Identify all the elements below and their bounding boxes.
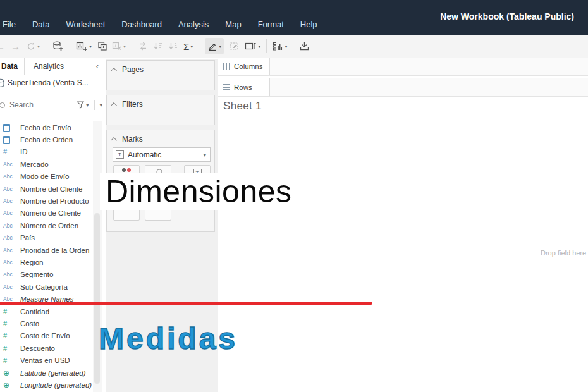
data-source-row[interactable]: SuperTienda (Venta S... bbox=[0, 75, 102, 91]
field-label: Ventas en USD bbox=[20, 357, 70, 364]
swap-axes-icon[interactable] bbox=[138, 38, 148, 54]
search-row: ▾ ▾ bbox=[0, 95, 102, 114]
download-icon[interactable] bbox=[299, 38, 310, 54]
field-row[interactable]: País bbox=[0, 232, 93, 244]
dimensions-annotation: Dimensiones bbox=[100, 173, 346, 210]
show-me-icon[interactable] bbox=[273, 38, 287, 54]
text-mark-icon: T bbox=[116, 150, 124, 159]
pages-card[interactable]: Pages bbox=[106, 60, 215, 90]
field-label: Nombre del Producto bbox=[20, 197, 89, 205]
collapse-chevron-icon[interactable] bbox=[111, 102, 117, 108]
field-row[interactable]: Longitude (generated) bbox=[0, 379, 93, 391]
field-row[interactable]: Segmento bbox=[0, 269, 93, 281]
search-box[interactable] bbox=[0, 97, 70, 113]
field-row[interactable]: Modo de Envío bbox=[0, 171, 93, 183]
field-label: Descuento bbox=[20, 345, 55, 352]
field-row[interactable]: Número de Orden bbox=[0, 219, 93, 231]
field-label: Nombre del Cliente bbox=[20, 185, 82, 193]
collapse-chevron-icon[interactable] bbox=[111, 137, 117, 143]
menu-bar: File Data Worksheet Dashboard Analysis M… bbox=[0, 17, 326, 32]
text-field-icon bbox=[0, 161, 20, 168]
field-row[interactable]: Prioridad de la Orden bbox=[0, 244, 93, 256]
field-label: Costo de Envío bbox=[20, 332, 70, 340]
field-row[interactable]: Nombre del Cliente bbox=[0, 183, 93, 195]
fit-axes-icon[interactable] bbox=[245, 38, 260, 54]
duplicate-sheet-icon[interactable] bbox=[97, 38, 107, 54]
collapse-chevron-icon[interactable] bbox=[111, 67, 117, 73]
toolbar-separator bbox=[199, 39, 199, 53]
menu-format[interactable]: Format bbox=[250, 17, 292, 32]
field-label: Costo bbox=[20, 320, 39, 328]
tab-analytics[interactable]: Analytics bbox=[24, 58, 73, 75]
menu-dashboard[interactable]: Dashboard bbox=[113, 17, 170, 32]
new-data-source-icon[interactable] bbox=[52, 38, 64, 54]
field-row[interactable]: Latitude (generated) bbox=[0, 367, 93, 379]
data-pane: Data Analytics ‹ SuperTienda (Venta S...… bbox=[0, 58, 103, 392]
measures-annotation-text: Medidas bbox=[99, 321, 238, 356]
field-label: País bbox=[20, 234, 35, 242]
field-row[interactable]: Costo de Envío bbox=[0, 330, 93, 342]
clear-sheet-icon[interactable] bbox=[112, 38, 126, 54]
columns-icon bbox=[223, 63, 230, 70]
calendar-icon bbox=[0, 124, 20, 132]
field-row[interactable]: Sub-Categoría bbox=[0, 281, 93, 293]
search-icon bbox=[0, 102, 5, 108]
dropdown-caret-icon: ▾ bbox=[203, 152, 206, 158]
undo-icon[interactable]: ← bbox=[0, 38, 5, 54]
rows-shelf-label: Rows bbox=[218, 78, 270, 96]
menu-data[interactable]: Data bbox=[24, 17, 58, 32]
field-row[interactable]: Costo bbox=[0, 317, 93, 329]
field-row[interactable]: Número de Cliente bbox=[0, 207, 93, 219]
menu-worksheet[interactable]: Worksheet bbox=[58, 17, 113, 32]
mark-type-dropdown[interactable]: T Automatic ▾ bbox=[113, 147, 211, 162]
menu-analysis[interactable]: Analysis bbox=[170, 17, 217, 32]
new-worksheet-icon[interactable] bbox=[76, 38, 92, 54]
text-field-icon bbox=[0, 198, 20, 204]
window-title: New Workbook (Tableau Public) bbox=[440, 11, 574, 21]
text-field-icon bbox=[0, 235, 20, 241]
rows-shelf[interactable]: Rows bbox=[218, 78, 588, 97]
sort-descending-icon[interactable] bbox=[168, 38, 178, 54]
sort-ascending-icon[interactable] bbox=[153, 38, 163, 54]
columns-shelf-text: Columns bbox=[234, 63, 262, 70]
collapse-pane-icon[interactable]: ‹ bbox=[96, 61, 99, 71]
field-row[interactable]: Fecha de Orden bbox=[0, 133, 93, 145]
filter-funnel-icon[interactable]: ▾ bbox=[77, 101, 89, 109]
filters-card[interactable]: Filters bbox=[106, 95, 215, 125]
number-icon bbox=[0, 148, 20, 156]
field-row[interactable]: Cantidad bbox=[0, 305, 93, 317]
field-row[interactable]: Ventas en USD bbox=[0, 354, 93, 366]
field-label: Sub-Categoría bbox=[20, 283, 68, 291]
field-row[interactable]: Region bbox=[0, 256, 93, 268]
menu-file[interactable]: File bbox=[0, 17, 24, 32]
tableau-window: File Data Worksheet Dashboard Analysis M… bbox=[0, 0, 588, 392]
rows-icon bbox=[223, 84, 230, 90]
field-label: Fecha de Orden bbox=[20, 136, 73, 144]
search-input[interactable] bbox=[8, 100, 61, 110]
field-list: Fecha de Envío Fecha de Orden ID Mercado… bbox=[0, 121, 93, 391]
tab-data[interactable]: Data bbox=[0, 58, 24, 75]
field-row[interactable]: Fecha de Envío bbox=[0, 121, 93, 133]
replay-icon[interactable] bbox=[26, 38, 40, 54]
field-label: Longitude (generated) bbox=[20, 381, 92, 389]
toolbar-separator bbox=[266, 39, 267, 53]
menu-map[interactable]: Map bbox=[217, 17, 249, 32]
number-icon bbox=[0, 345, 20, 352]
columns-shelf[interactable]: Columns bbox=[218, 58, 588, 76]
field-row[interactable]: ID bbox=[0, 146, 93, 158]
database-icon bbox=[0, 78, 5, 88]
redo-icon[interactable]: → bbox=[11, 38, 20, 54]
scrollbar-thumb[interactable] bbox=[94, 213, 100, 384]
field-row[interactable]: Descuento bbox=[0, 342, 93, 354]
field-row[interactable]: Mercado bbox=[0, 158, 93, 170]
toolbar-separator bbox=[46, 39, 46, 53]
funnel-caret-icon: ▾ bbox=[86, 102, 89, 108]
menu-help[interactable]: Help bbox=[292, 17, 326, 32]
annotate-icon[interactable] bbox=[230, 38, 240, 54]
sheet-title: Sheet 1 bbox=[223, 100, 262, 113]
field-row[interactable]: Nombre del Producto bbox=[0, 195, 93, 207]
text-field-icon bbox=[0, 173, 20, 180]
highlight-pen-icon[interactable] bbox=[205, 38, 224, 54]
aggregate-sigma-icon[interactable]: Σ bbox=[183, 38, 193, 54]
filters-card-title: Filters bbox=[122, 100, 143, 109]
